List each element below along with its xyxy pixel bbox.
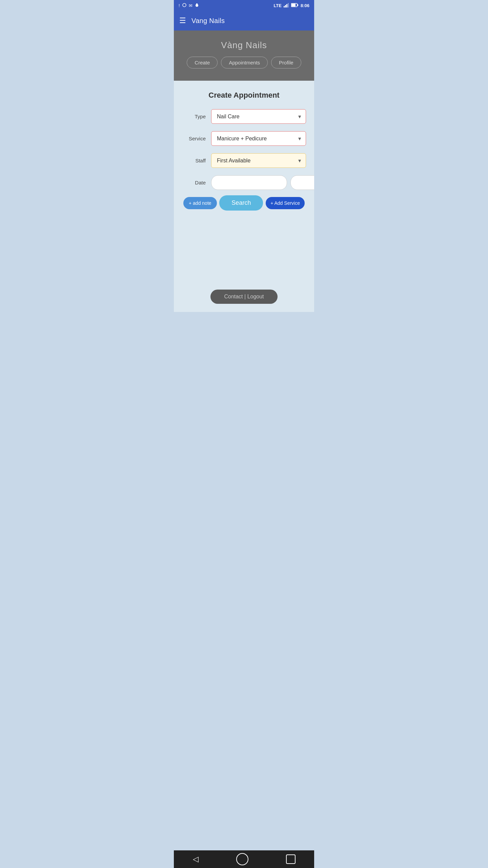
signal-icon (284, 3, 289, 8)
home-button[interactable] (229, 850, 255, 868)
type-select[interactable]: Nail Care Hair Care Waxing (211, 109, 306, 124)
header-section: Vàng Nails Create Appointments Profile (174, 31, 314, 81)
create-button[interactable]: Create (187, 57, 218, 68)
top-nav: ☰ Vang Nails (174, 11, 314, 31)
salon-name-header: Vàng Nails (221, 40, 267, 51)
type-row: Type Nail Care Hair Care Waxing ▼ (182, 109, 306, 124)
svg-point-0 (183, 3, 186, 7)
sim-icon (182, 3, 187, 8)
staff-row: Staff First Available Staff 1 Staff 2 ▼ (182, 153, 306, 168)
svg-rect-4 (285, 5, 286, 7)
footer-separator: | (244, 294, 247, 299)
date-label: Date (182, 180, 206, 185)
main-content: Create Appointment Type Nail Care Hair C… (174, 81, 314, 284)
message-icon: ✉ (189, 3, 192, 8)
search-button[interactable]: Search (219, 195, 263, 211)
svg-rect-9 (297, 4, 298, 6)
time-input[interactable] (290, 175, 314, 190)
appointment-form: Type Nail Care Hair Care Waxing ▼ Servic… (182, 109, 306, 190)
recent-apps-icon (286, 854, 296, 864)
date-input[interactable] (211, 175, 287, 190)
home-circle-icon (236, 853, 248, 865)
battery-icon (291, 3, 299, 8)
add-note-button[interactable]: + add note (183, 197, 217, 209)
status-bar: ! ✉ LTE 8:06 (174, 0, 314, 11)
status-left: ! ✉ (179, 3, 199, 8)
staff-select[interactable]: First Available Staff 1 Staff 2 (211, 153, 306, 168)
hamburger-menu-icon[interactable]: ☰ (179, 16, 186, 25)
action-buttons-row: + add note Search + Add Service (182, 195, 306, 211)
service-select[interactable]: Manicure + Pedicure Manicure Pedicure Ge… (211, 131, 306, 146)
status-right: LTE 8:06 (273, 3, 309, 8)
app-title: Vang Nails (191, 17, 225, 25)
svg-rect-3 (284, 6, 285, 7)
type-select-wrapper: Nail Care Hair Care Waxing ▼ (211, 109, 306, 124)
appointments-button[interactable]: Appointments (221, 57, 268, 68)
bottom-nav: ◁ (174, 850, 314, 868)
service-row: Service Manicure + Pedicure Manicure Ped… (182, 131, 306, 146)
notification-icon: ! (179, 3, 180, 8)
type-label: Type (182, 114, 206, 119)
add-service-button[interactable]: + Add Service (266, 197, 305, 209)
profile-button[interactable]: Profile (271, 57, 301, 68)
svg-rect-6 (288, 3, 289, 7)
form-title: Create Appointment (182, 91, 306, 100)
footer-links: Contact | Logout (210, 290, 277, 304)
android-icon (195, 3, 199, 8)
header-buttons: Create Appointments Profile (187, 57, 301, 68)
time-display: 8:06 (301, 3, 309, 8)
staff-label: Staff (182, 158, 206, 163)
date-row: Date (182, 175, 306, 190)
service-label: Service (182, 136, 206, 141)
svg-rect-5 (286, 4, 287, 7)
contact-link[interactable]: Contact (224, 294, 243, 299)
date-inputs-container (211, 175, 314, 190)
svg-rect-2 (196, 3, 198, 5)
footer-section: Contact | Logout (174, 284, 314, 312)
service-select-wrapper: Manicure + Pedicure Manicure Pedicure Ge… (211, 131, 306, 146)
recent-apps-button[interactable] (279, 852, 302, 867)
staff-select-wrapper: First Available Staff 1 Staff 2 ▼ (211, 153, 306, 168)
back-button[interactable]: ◁ (186, 852, 205, 866)
lte-label: LTE (273, 3, 282, 8)
logout-link[interactable]: Logout (247, 294, 264, 299)
svg-rect-8 (291, 4, 296, 6)
